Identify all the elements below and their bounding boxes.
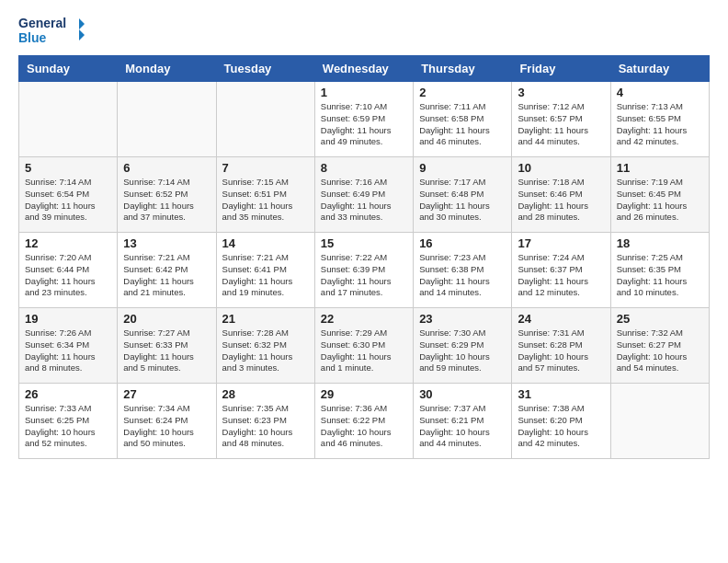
day-number: 1 bbox=[321, 86, 407, 99]
day-info: Sunrise: 7:10 AM Sunset: 6:59 PM Dayligh… bbox=[321, 101, 407, 148]
weekday-friday: Friday bbox=[512, 56, 610, 82]
calendar-cell: 11Sunrise: 7:19 AM Sunset: 6:45 PM Dayli… bbox=[610, 157, 709, 233]
day-info: Sunrise: 7:25 AM Sunset: 6:35 PM Dayligh… bbox=[617, 252, 703, 299]
calendar-table: SundayMondayTuesdayWednesdayThursdayFrid… bbox=[18, 55, 710, 459]
day-number: 28 bbox=[222, 387, 309, 401]
day-number: 10 bbox=[518, 161, 604, 175]
logo-svg: General Blue bbox=[18, 15, 85, 48]
day-info: Sunrise: 7:18 AM Sunset: 6:46 PM Dayligh… bbox=[518, 177, 604, 224]
day-info: Sunrise: 7:14 AM Sunset: 6:52 PM Dayligh… bbox=[123, 177, 210, 224]
day-info: Sunrise: 7:38 AM Sunset: 6:20 PM Dayligh… bbox=[518, 403, 604, 450]
day-number: 24 bbox=[518, 312, 604, 326]
day-info: Sunrise: 7:21 AM Sunset: 6:41 PM Dayligh… bbox=[222, 252, 309, 299]
day-number: 21 bbox=[222, 312, 309, 326]
calendar-cell: 21Sunrise: 7:28 AM Sunset: 6:32 PM Dayli… bbox=[216, 308, 314, 384]
calendar-cell: 2Sunrise: 7:11 AM Sunset: 6:58 PM Daylig… bbox=[414, 82, 512, 157]
weekday-monday: Monday bbox=[118, 56, 216, 82]
day-number: 15 bbox=[321, 236, 407, 250]
day-info: Sunrise: 7:36 AM Sunset: 6:22 PM Dayligh… bbox=[321, 403, 407, 450]
day-info: Sunrise: 7:30 AM Sunset: 6:29 PM Dayligh… bbox=[419, 327, 506, 374]
day-number: 29 bbox=[321, 387, 407, 401]
calendar-cell: 17Sunrise: 7:24 AM Sunset: 6:37 PM Dayli… bbox=[512, 233, 610, 308]
day-number: 26 bbox=[25, 387, 111, 401]
calendar-week-5: 26Sunrise: 7:33 AM Sunset: 6:25 PM Dayli… bbox=[19, 384, 710, 459]
calendar-cell: 19Sunrise: 7:26 AM Sunset: 6:34 PM Dayli… bbox=[19, 308, 118, 384]
page-header: General Blue bbox=[18, 15, 710, 48]
calendar-cell: 30Sunrise: 7:37 AM Sunset: 6:21 PM Dayli… bbox=[414, 384, 512, 459]
calendar-cell: 31Sunrise: 7:38 AM Sunset: 6:20 PM Dayli… bbox=[512, 384, 610, 459]
day-number: 23 bbox=[419, 312, 506, 326]
calendar-cell: 23Sunrise: 7:30 AM Sunset: 6:29 PM Dayli… bbox=[414, 308, 512, 384]
calendar-cell: 12Sunrise: 7:20 AM Sunset: 6:44 PM Dayli… bbox=[19, 233, 118, 308]
calendar-cell: 9Sunrise: 7:17 AM Sunset: 6:48 PM Daylig… bbox=[414, 157, 512, 233]
svg-text:Blue: Blue bbox=[18, 30, 47, 45]
day-info: Sunrise: 7:24 AM Sunset: 6:37 PM Dayligh… bbox=[518, 252, 604, 299]
weekday-tuesday: Tuesday bbox=[216, 56, 314, 82]
calendar-cell: 7Sunrise: 7:15 AM Sunset: 6:51 PM Daylig… bbox=[216, 157, 314, 233]
day-info: Sunrise: 7:31 AM Sunset: 6:28 PM Dayligh… bbox=[518, 327, 604, 374]
calendar-cell: 16Sunrise: 7:23 AM Sunset: 6:38 PM Dayli… bbox=[414, 233, 512, 308]
calendar-cell: 4Sunrise: 7:13 AM Sunset: 6:55 PM Daylig… bbox=[610, 82, 709, 157]
day-number: 14 bbox=[222, 236, 309, 250]
calendar-cell: 20Sunrise: 7:27 AM Sunset: 6:33 PM Dayli… bbox=[118, 308, 216, 384]
day-info: Sunrise: 7:22 AM Sunset: 6:39 PM Dayligh… bbox=[321, 252, 407, 299]
day-info: Sunrise: 7:13 AM Sunset: 6:55 PM Dayligh… bbox=[617, 101, 703, 148]
calendar-cell: 28Sunrise: 7:35 AM Sunset: 6:23 PM Dayli… bbox=[216, 384, 314, 459]
day-info: Sunrise: 7:16 AM Sunset: 6:49 PM Dayligh… bbox=[321, 177, 407, 224]
day-number: 25 bbox=[617, 312, 703, 326]
calendar-cell: 15Sunrise: 7:22 AM Sunset: 6:39 PM Dayli… bbox=[314, 233, 413, 308]
calendar-cell: 8Sunrise: 7:16 AM Sunset: 6:49 PM Daylig… bbox=[314, 157, 413, 233]
calendar-week-2: 5Sunrise: 7:14 AM Sunset: 6:54 PM Daylig… bbox=[19, 157, 710, 233]
day-number: 11 bbox=[617, 161, 703, 175]
day-info: Sunrise: 7:12 AM Sunset: 6:57 PM Dayligh… bbox=[518, 101, 604, 148]
calendar-cell: 1Sunrise: 7:10 AM Sunset: 6:59 PM Daylig… bbox=[314, 82, 413, 157]
day-number: 12 bbox=[25, 236, 111, 250]
day-number: 2 bbox=[419, 86, 506, 99]
weekday-wednesday: Wednesday bbox=[314, 56, 413, 82]
calendar-cell bbox=[118, 82, 216, 157]
day-number: 9 bbox=[419, 161, 506, 175]
calendar-cell: 6Sunrise: 7:14 AM Sunset: 6:52 PM Daylig… bbox=[118, 157, 216, 233]
day-info: Sunrise: 7:26 AM Sunset: 6:34 PM Dayligh… bbox=[25, 327, 111, 374]
calendar-week-1: 1Sunrise: 7:10 AM Sunset: 6:59 PM Daylig… bbox=[19, 82, 710, 157]
calendar-cell: 24Sunrise: 7:31 AM Sunset: 6:28 PM Dayli… bbox=[512, 308, 610, 384]
day-info: Sunrise: 7:17 AM Sunset: 6:48 PM Dayligh… bbox=[419, 177, 506, 224]
day-info: Sunrise: 7:19 AM Sunset: 6:45 PM Dayligh… bbox=[617, 177, 703, 224]
day-number: 19 bbox=[25, 312, 111, 326]
day-info: Sunrise: 7:28 AM Sunset: 6:32 PM Dayligh… bbox=[222, 327, 309, 374]
day-number: 20 bbox=[123, 312, 210, 326]
calendar-cell: 26Sunrise: 7:33 AM Sunset: 6:25 PM Dayli… bbox=[19, 384, 118, 459]
calendar-week-3: 12Sunrise: 7:20 AM Sunset: 6:44 PM Dayli… bbox=[19, 233, 710, 308]
day-number: 16 bbox=[419, 236, 506, 250]
calendar-week-4: 19Sunrise: 7:26 AM Sunset: 6:34 PM Dayli… bbox=[19, 308, 710, 384]
day-info: Sunrise: 7:37 AM Sunset: 6:21 PM Dayligh… bbox=[419, 403, 506, 450]
weekday-saturday: Saturday bbox=[610, 56, 709, 82]
calendar-body: 1Sunrise: 7:10 AM Sunset: 6:59 PM Daylig… bbox=[19, 82, 710, 459]
svg-marker-2 bbox=[79, 18, 85, 40]
day-number: 30 bbox=[419, 387, 506, 401]
day-number: 8 bbox=[321, 161, 407, 175]
calendar-cell bbox=[216, 82, 314, 157]
day-number: 6 bbox=[123, 161, 210, 175]
calendar-cell: 3Sunrise: 7:12 AM Sunset: 6:57 PM Daylig… bbox=[512, 82, 610, 157]
calendar-cell bbox=[610, 384, 709, 459]
weekday-header-row: SundayMondayTuesdayWednesdayThursdayFrid… bbox=[19, 56, 710, 82]
day-number: 13 bbox=[123, 236, 210, 250]
day-number: 4 bbox=[617, 86, 703, 99]
day-number: 22 bbox=[321, 312, 407, 326]
day-number: 17 bbox=[518, 236, 604, 250]
calendar-cell: 29Sunrise: 7:36 AM Sunset: 6:22 PM Dayli… bbox=[314, 384, 413, 459]
calendar-cell bbox=[19, 82, 118, 157]
day-info: Sunrise: 7:20 AM Sunset: 6:44 PM Dayligh… bbox=[25, 252, 111, 299]
calendar-cell: 5Sunrise: 7:14 AM Sunset: 6:54 PM Daylig… bbox=[19, 157, 118, 233]
day-info: Sunrise: 7:21 AM Sunset: 6:42 PM Dayligh… bbox=[123, 252, 210, 299]
day-number: 27 bbox=[123, 387, 210, 401]
weekday-thursday: Thursday bbox=[414, 56, 512, 82]
day-number: 18 bbox=[617, 236, 703, 250]
calendar-cell: 18Sunrise: 7:25 AM Sunset: 6:35 PM Dayli… bbox=[610, 233, 709, 308]
day-number: 3 bbox=[518, 86, 604, 99]
day-info: Sunrise: 7:33 AM Sunset: 6:25 PM Dayligh… bbox=[25, 403, 111, 450]
calendar-cell: 10Sunrise: 7:18 AM Sunset: 6:46 PM Dayli… bbox=[512, 157, 610, 233]
day-number: 7 bbox=[222, 161, 309, 175]
calendar-cell: 27Sunrise: 7:34 AM Sunset: 6:24 PM Dayli… bbox=[118, 384, 216, 459]
